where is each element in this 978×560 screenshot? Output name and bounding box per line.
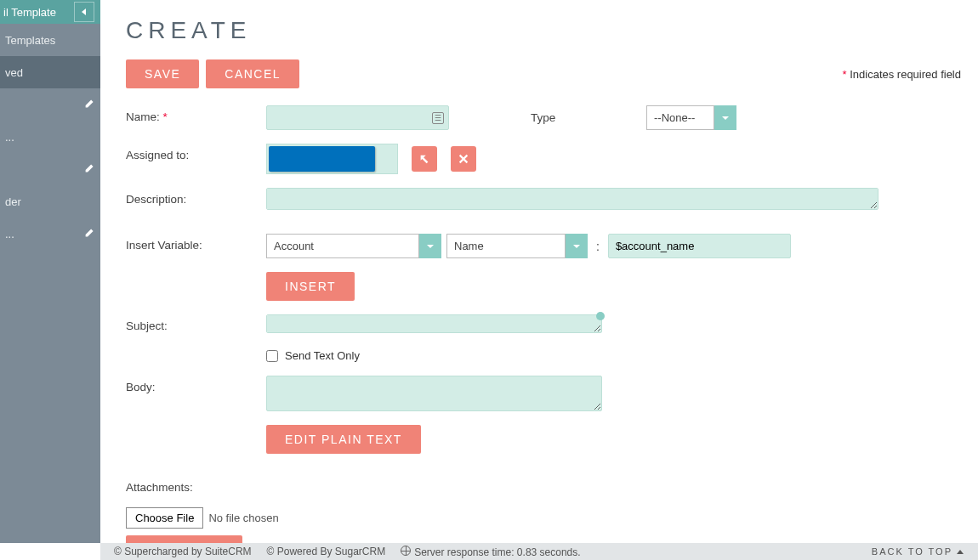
choose-file-button[interactable]: Choose File: [126, 507, 203, 529]
row-subject: Subject:: [126, 314, 961, 336]
row-send-text-only: Send Text Only: [126, 349, 961, 362]
insert-button[interactable]: INSERT: [266, 272, 355, 301]
triangle-up-icon: [956, 548, 964, 555]
resize-handle-icon[interactable]: [596, 312, 605, 320]
variable-result-input[interactable]: [608, 234, 791, 258]
sidebar-item-label: ...: [5, 228, 14, 240]
name-label: Name: *: [126, 105, 266, 123]
send-text-only-label[interactable]: Send Text Only: [266, 349, 360, 362]
chevron-down-icon[interactable]: [714, 105, 736, 130]
close-icon: [458, 153, 469, 165]
sidebar-item-der[interactable]: der: [0, 185, 100, 218]
sidebar-header: il Template: [0, 0, 100, 24]
send-text-only-checkbox[interactable]: [266, 350, 278, 362]
row-insert-button: INSERT: [126, 272, 961, 301]
sidebar-item-label: ...: [5, 131, 14, 144]
clear-user-button[interactable]: [451, 146, 476, 172]
row-name: Name: * ☰ Type --None--: [126, 105, 961, 130]
sidebar-item-label: Templates: [5, 34, 55, 47]
footer-powered[interactable]: © Powered By SugarCRM: [267, 546, 386, 557]
row-edit-plain-text: EDIT PLAIN TEXT: [126, 425, 961, 454]
action-row: SAVE CANCEL * Indicates required field: [126, 59, 961, 88]
row-attachments: Attachments:: [126, 476, 961, 494]
sidebar-item-label: der: [5, 195, 21, 208]
attachments-label: Attachments:: [126, 476, 193, 494]
row-insert-variable: Insert Variable: Account Name :: [126, 234, 961, 258]
pencil-icon[interactable]: [84, 162, 95, 176]
sidebar-item-ved[interactable]: ved: [0, 56, 100, 88]
assigned-user-pill[interactable]: [269, 146, 375, 172]
sidebar-item-templates[interactable]: Templates: [0, 24, 100, 56]
globe-icon: [401, 546, 411, 556]
footer: © Supercharged by SuiteCRM © Powered By …: [100, 543, 978, 560]
name-input[interactable]: [266, 105, 449, 130]
cancel-button[interactable]: CANCEL: [206, 59, 299, 88]
form-area: Name: * ☰ Type --None-- Assigned to:: [126, 97, 961, 560]
select-user-button[interactable]: [412, 146, 437, 172]
sidebar-item-4[interactable]: [0, 153, 100, 185]
colon-separator: :: [593, 240, 603, 253]
file-row: Choose File No file chosen: [126, 507, 961, 529]
row-description: Description:: [126, 188, 961, 210]
sidebar-item-3[interactable]: ...: [0, 121, 100, 153]
chevron-down-icon[interactable]: [566, 234, 588, 258]
body-input[interactable]: [266, 376, 602, 411]
body-label: Body:: [126, 376, 266, 393]
triangle-left-icon: [80, 8, 88, 16]
no-file-chosen: No file chosen: [208, 512, 278, 524]
sidebar-collapse-button[interactable]: [74, 2, 94, 22]
main-content: CREATE SAVE CANCEL * Indicates required …: [100, 0, 978, 543]
variable-field-select[interactable]: Name: [446, 234, 588, 258]
footer-response: Server response time: 0.83 seconds.: [401, 546, 580, 558]
pencil-icon[interactable]: [84, 227, 95, 240]
required-note: * Indicates required field: [843, 68, 962, 81]
assigned-label: Assigned to:: [126, 144, 266, 161]
row-body: Body:: [126, 376, 961, 411]
type-select[interactable]: --None--: [646, 105, 736, 130]
sidebar-header-label: il Template: [3, 6, 56, 19]
variable-module-select[interactable]: Account: [266, 234, 441, 258]
description-label: Description:: [126, 188, 266, 206]
page-title: CREATE: [126, 17, 961, 44]
chevron-down-icon[interactable]: [419, 234, 441, 258]
arrow-up-left-icon: [418, 153, 430, 165]
subject-input[interactable]: [266, 314, 602, 333]
sidebar-item-6[interactable]: ...: [0, 218, 100, 250]
subject-label: Subject:: [126, 314, 266, 332]
type-label: Type: [531, 111, 641, 124]
sidebar: il Template Templates ved ... der ...: [0, 0, 100, 543]
insert-variable-label: Insert Variable:: [126, 234, 266, 252]
sidebar-item-label: ved: [5, 66, 23, 79]
edit-plain-text-button[interactable]: EDIT PLAIN TEXT: [266, 425, 421, 454]
save-button[interactable]: SAVE: [126, 59, 199, 88]
sidebar-item-2[interactable]: [0, 88, 100, 121]
footer-supercharged[interactable]: © Supercharged by SuiteCRM: [114, 546, 252, 557]
row-assigned: Assigned to:: [126, 144, 961, 174]
assigned-input[interactable]: [266, 144, 398, 174]
back-to-top-button[interactable]: BACK TO TOP: [872, 546, 964, 557]
description-input[interactable]: [266, 188, 878, 210]
pencil-icon[interactable]: [84, 98, 95, 111]
